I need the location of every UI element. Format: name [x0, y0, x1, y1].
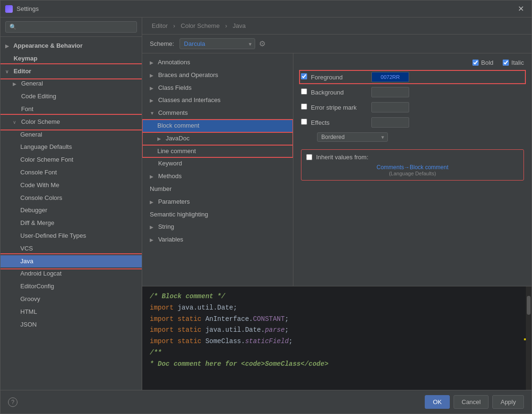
apply-button[interactable]: Apply — [492, 395, 524, 409]
method-name: parse — [265, 326, 285, 334]
sidebar-item-label: Code Editing — [21, 93, 56, 100]
help-button[interactable]: ? — [8, 397, 17, 407]
background-checkbox[interactable] — [301, 88, 307, 95]
expand-icon: ▶ — [157, 135, 164, 143]
sidebar-item-android[interactable]: Android Logcat — [0, 267, 142, 280]
ct-annotations[interactable]: ▶ Annotations — [142, 56, 293, 69]
italic-checkbox[interactable] — [503, 60, 509, 66]
ct-parameters[interactable]: ▶ Parameters — [142, 196, 293, 208]
sidebar-item-editor[interactable]: ∨ Editor — [0, 65, 142, 78]
ct-classes[interactable]: ▶ Classes and Interfaces — [142, 94, 293, 107]
sidebar-item-font[interactable]: Font — [0, 103, 142, 116]
field-name: staticField — [245, 337, 289, 345]
error-stripe-check-wrapper[interactable] — [301, 104, 307, 111]
sidebar-item-json[interactable]: JSON — [0, 319, 142, 331]
sidebar-item-user-defined[interactable]: User-Defined File Types — [0, 230, 142, 242]
title-bar: Settings ✕ — [0, 0, 532, 17]
ct-line-comment[interactable]: Line comment — [142, 145, 293, 158]
inherit-checkbox[interactable] — [306, 154, 312, 160]
sidebar-item-label: Debugger — [20, 207, 47, 214]
sidebar-item-label: Groovy — [20, 295, 40, 302]
sidebar-item-label: EditorConfig — [20, 283, 54, 290]
sidebar-item-label: Diff & Merge — [20, 219, 54, 226]
inherit-label: Inherit values from: — [316, 154, 373, 161]
sidebar-item-label: General — [21, 80, 43, 87]
sidebar-item-label: General — [20, 131, 42, 138]
sidebar-item-debugger[interactable]: Debugger — [0, 204, 142, 217]
sidebar-item-label: Appearance & Behavior — [13, 42, 83, 49]
sidebar-item-code-with-me[interactable]: Code With Me — [0, 179, 142, 192]
sidebar-item-console-colors[interactable]: Console Colors — [0, 192, 142, 205]
effects-checkbox[interactable] — [301, 119, 307, 125]
expand-icon: ▶ — [150, 224, 156, 231]
foreground-check-wrapper[interactable] — [301, 73, 307, 81]
app-icon — [5, 5, 13, 13]
background-color-box[interactable] — [371, 87, 409, 97]
search-bar — [0, 17, 142, 37]
preview-scrollbar[interactable] — [526, 286, 532, 390]
sidebar-item-appearance[interactable]: ▶ Appearance & Behavior — [0, 40, 142, 52]
bold-checkbox-label[interactable]: Bold — [472, 59, 493, 66]
sidebar-item-groovy[interactable]: Groovy — [0, 293, 142, 306]
ct-variables[interactable]: ▶ Variables — [142, 233, 293, 246]
expand-icon: ▶ — [5, 43, 12, 50]
expand-icon: ▶ — [150, 59, 156, 67]
sidebar-item-lang-defaults[interactable]: Language Defaults — [0, 141, 142, 154]
sidebar: ▶ Appearance & Behavior Keymap ∨ Editor … — [0, 17, 142, 390]
breadcrumb-color-scheme: Color Scheme — [181, 22, 220, 29]
ok-button[interactable]: OK — [425, 395, 450, 409]
sidebar-item-editorconfig[interactable]: EditorConfig — [0, 280, 142, 293]
ct-block-comment[interactable]: Block comment — [142, 120, 293, 132]
ct-keyword[interactable]: Keyword — [142, 157, 293, 170]
preview-area: /* Block comment */ import java.util.Dat… — [142, 286, 532, 390]
scrollbar-thumb[interactable] — [527, 296, 531, 315]
ct-semantic[interactable]: Semantic highlighting — [142, 208, 293, 221]
inherit-link[interactable]: Comments→Block comment — [377, 164, 448, 171]
sidebar-item-diff-merge[interactable]: Diff & Merge — [0, 217, 142, 230]
sidebar-item-vcs[interactable]: VCS — [0, 242, 142, 255]
italic-checkbox-label[interactable]: Italic — [503, 59, 524, 66]
scheme-select[interactable]: Darcula Default — [180, 38, 255, 49]
close-button[interactable]: ✕ — [515, 3, 527, 14]
sidebar-item-html[interactable]: HTML — [0, 306, 142, 319]
ct-methods[interactable]: ▶ Methods — [142, 170, 293, 183]
dot3: . — [241, 337, 245, 345]
ct-number[interactable]: Number — [142, 183, 293, 196]
sidebar-item-label: Console Font — [20, 169, 57, 176]
cancel-button[interactable]: Cancel — [454, 395, 489, 409]
ct-item-label: Block comment — [157, 122, 199, 129]
static-keyword: static — [178, 315, 206, 323]
sidebar-item-java[interactable]: Java — [0, 255, 142, 268]
error-stripe-color-box[interactable] — [371, 102, 409, 112]
foreground-row: Foreground 0072RR — [301, 72, 524, 82]
effects-check-wrapper[interactable] — [301, 119, 307, 126]
foreground-checkbox[interactable] — [301, 73, 307, 79]
sidebar-item-console-font[interactable]: Console Font — [0, 166, 142, 179]
foreground-color-box[interactable]: 0072RR — [371, 72, 409, 82]
breadcrumb-sep2: › — [225, 22, 229, 29]
ct-comments[interactable]: ▼ Comments — [142, 107, 293, 120]
sidebar-item-cs-general[interactable]: General — [0, 129, 142, 141]
ct-javadoc[interactable]: ▶ JavaDoc — [142, 132, 293, 145]
ct-string[interactable]: ▶ String — [142, 221, 293, 233]
sidebar-item-color-scheme[interactable]: ∨ Color Scheme — [0, 116, 142, 129]
effects-row: Effects — [301, 117, 524, 128]
help-icon[interactable]: ? — [8, 397, 17, 407]
sidebar-item-cs-font[interactable]: Color Scheme Font — [0, 154, 142, 166]
bold-label: Bold — [481, 59, 493, 66]
ct-class-fields[interactable]: ▶ Class Fields — [142, 82, 293, 95]
ct-braces[interactable]: ▶ Braces and Operators — [142, 69, 293, 82]
error-stripe-checkbox[interactable] — [301, 104, 307, 110]
gear-icon[interactable]: ⚙ — [259, 39, 266, 48]
sidebar-item-general[interactable]: ▶ General — [0, 78, 142, 90]
background-check-wrapper[interactable] — [301, 88, 307, 96]
search-input[interactable] — [5, 21, 137, 33]
ct-item-label: Annotations — [158, 59, 190, 66]
sidebar-item-keymap[interactable]: Keymap — [0, 52, 142, 65]
bold-checkbox[interactable] — [472, 60, 479, 66]
effects-color-box[interactable] — [371, 117, 409, 128]
javadoc-text: * Doc comment here for <code>SomeClass</… — [150, 360, 328, 368]
background-label: Background — [311, 89, 368, 96]
sidebar-item-code-editing[interactable]: Code Editing — [0, 90, 142, 103]
effects-type-select[interactable]: Bordered Underscored Bold underscored — [317, 132, 388, 142]
